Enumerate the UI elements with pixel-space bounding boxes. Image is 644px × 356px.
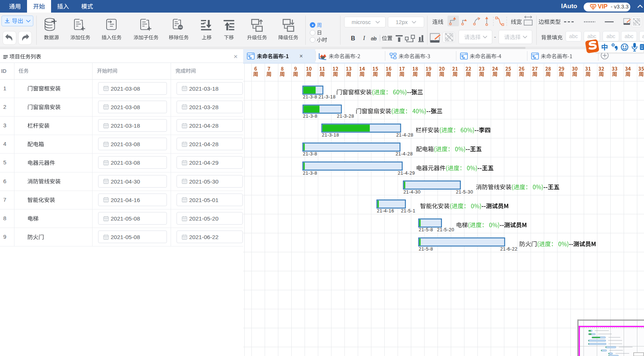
svg-text:21-5-30: 21-5-30 <box>456 189 473 195</box>
svg-text:21-3-8: 21-3-8 <box>303 151 317 157</box>
svg-text:21-3-8: 21-3-8 <box>303 114 318 119</box>
svg-text:21-3-18: 21-3-18 <box>322 132 339 138</box>
svg-text:21-4-28: 21-4-28 <box>396 132 413 138</box>
svg-text:21-5-20: 21-5-20 <box>437 227 455 232</box>
svg-text:21-4-28: 21-4-28 <box>396 151 413 157</box>
svg-text:21-5-1: 21-5-1 <box>401 208 415 214</box>
svg-text:21-3-18: 21-3-18 <box>318 94 336 100</box>
svg-text:21-4-29: 21-4-29 <box>398 171 415 176</box>
svg-text:21-3-8: 21-3-8 <box>303 171 317 176</box>
svg-text:21-4-30: 21-4-30 <box>403 189 421 195</box>
svg-text:21-3-8: 21-3-8 <box>303 94 317 100</box>
svg-text:21-3-28: 21-3-28 <box>337 114 354 119</box>
svg-text:21-5-8: 21-5-8 <box>419 227 433 232</box>
svg-text:21-6-22: 21-6-22 <box>500 246 518 252</box>
svg-text:21-5-8: 21-5-8 <box>419 246 433 252</box>
svg-text:21-4-16: 21-4-16 <box>377 208 394 214</box>
